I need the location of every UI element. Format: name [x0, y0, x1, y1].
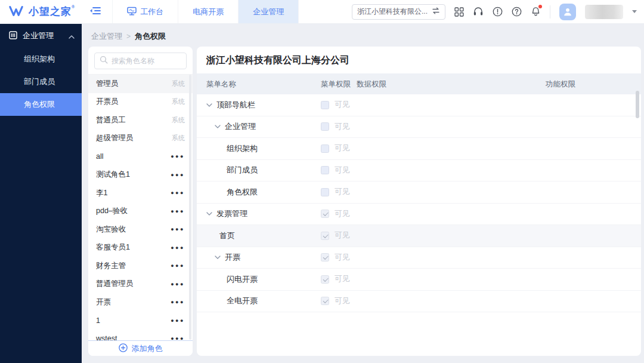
sidebar-collapse-button[interactable] — [85, 0, 112, 23]
visible-label: 可见 — [335, 253, 349, 263]
expand-chevron-icon[interactable] — [206, 212, 212, 216]
user-menu-caret-icon[interactable] — [632, 10, 637, 13]
tab-label: 企业管理 — [253, 7, 284, 17]
visible-label: 可见 — [335, 143, 349, 153]
role-list-item[interactable]: 淘宝验收●●● — [88, 220, 193, 239]
visible-checkbox[interactable] — [321, 144, 329, 153]
permission-tree-row[interactable]: 首页可见 — [197, 225, 641, 247]
role-list-item[interactable]: 普通管理员●●● — [88, 275, 193, 294]
role-name: pdd–验收 — [96, 206, 128, 216]
visible-checkbox[interactable] — [321, 210, 329, 218]
expand-chevron-icon[interactable] — [215, 256, 221, 259]
visible-checkbox[interactable] — [321, 166, 329, 174]
visible-checkbox[interactable] — [321, 297, 329, 305]
permissions-table-body: 顶部导航栏可见企业管理可见组织架构可见部门成员可见角色权限可见发票管理可见首页可… — [197, 94, 641, 312]
menu-item-label: 顶部导航栏 — [216, 100, 255, 110]
role-list-item[interactable]: 开票●●● — [88, 293, 193, 312]
permission-tree-row[interactable]: 发票管理可见 — [197, 204, 641, 226]
breadcrumb-parent[interactable]: 企业管理 — [91, 31, 122, 42]
menu-item-label: 闪电开票 — [227, 274, 258, 285]
table-scrollbar-thumb[interactable] — [636, 91, 639, 118]
role-more-menu-icon[interactable]: ●●● — [171, 208, 185, 214]
tab-ecommerce-invoicing[interactable]: 电商开票 — [178, 0, 238, 23]
role-more-menu-icon[interactable]: ●●● — [171, 263, 185, 269]
visible-checkbox[interactable] — [321, 101, 329, 109]
roles-panel: 管理员系统开票员系统普通员工系统超级管理员系统all●●●测试角色1●●●李1●… — [88, 47, 193, 356]
breadcrumb: 企业管理 > 角色权限 — [82, 24, 644, 49]
plus-circle-icon — [119, 343, 128, 354]
visible-checkbox[interactable] — [321, 232, 329, 240]
permission-tree-row[interactable]: 闪电开票可见 — [197, 269, 641, 291]
role-more-menu-icon[interactable]: ●●● — [171, 336, 185, 340]
company-selector[interactable]: 浙江小望科技有限公... — [352, 4, 445, 20]
role-list-scrollbar[interactable] — [189, 75, 191, 340]
company-title: 浙江小望科技有限公司上海分公司 — [197, 47, 641, 73]
role-more-menu-icon[interactable]: ●●● — [171, 172, 185, 178]
role-list-item[interactable]: 管理员系统 — [88, 75, 193, 93]
role-list-item[interactable]: wstest●●● — [88, 330, 193, 340]
role-name: 超级管理员 — [96, 133, 134, 143]
content-area: 企业管理 > 角色权限 管理员系统开票员系统普通员工系统超级管理员系统all●●… — [82, 24, 644, 363]
app-logo[interactable]: 小望之家® — [0, 0, 85, 23]
chevron-up-icon — [69, 32, 75, 41]
role-list-item[interactable]: 李1●●● — [88, 184, 193, 202]
role-list-item[interactable]: 开票员系统 — [88, 93, 193, 112]
role-list-item[interactable]: 普通员工系统 — [88, 111, 193, 130]
sidebar-group-enterprise-management[interactable]: 企业管理 — [0, 24, 82, 48]
role-search-input[interactable] — [112, 57, 181, 65]
permission-tree-row[interactable]: 角色权限可见 — [197, 182, 641, 204]
sidebar-item-department-members[interactable]: 部门成员 — [0, 70, 82, 93]
role-list-item[interactable]: 客服专员1●●● — [88, 239, 193, 257]
role-list-item[interactable]: all●●● — [88, 147, 193, 166]
search-icon — [100, 56, 108, 66]
permission-tree-row[interactable]: 组织架构可见 — [197, 138, 641, 160]
visible-checkbox[interactable] — [321, 275, 329, 284]
role-list-item[interactable]: 测试角色1●●● — [88, 166, 193, 184]
top-nav-tabs: 工作台 电商开票 企业管理 — [112, 0, 299, 23]
role-system-tag: 系统 — [172, 97, 185, 106]
visible-checkbox[interactable] — [321, 253, 329, 262]
permission-tree-row[interactable]: 企业管理可见 — [197, 116, 641, 139]
role-list-item[interactable]: 1●●● — [88, 312, 193, 330]
add-role-button[interactable]: 添加角色 — [88, 340, 193, 356]
notifications-bell-icon[interactable] — [531, 7, 541, 17]
notification-dot — [538, 5, 542, 8]
registered-mark: ® — [72, 5, 75, 9]
permission-tree-row[interactable]: 部门成员可见 — [197, 160, 641, 182]
sidebar-item-role-permissions[interactable]: 角色权限 — [0, 93, 82, 116]
role-more-menu-icon[interactable]: ●●● — [171, 153, 185, 159]
role-more-menu-icon[interactable]: ●●● — [171, 281, 185, 287]
help-circle-icon[interactable] — [512, 7, 522, 17]
role-more-menu-icon[interactable]: ●●● — [171, 299, 185, 305]
visible-checkbox[interactable] — [321, 122, 329, 131]
user-avatar[interactable] — [559, 4, 576, 20]
role-name: 1 — [96, 316, 100, 325]
visible-checkbox[interactable] — [321, 188, 329, 196]
permission-tree-row[interactable]: 顶部导航栏可见 — [197, 94, 641, 116]
apps-grid-icon[interactable] — [454, 7, 464, 17]
role-more-menu-icon[interactable]: ●●● — [171, 245, 185, 251]
menu-item-label: 组织架构 — [227, 143, 258, 154]
user-name-redacted[interactable] — [585, 5, 623, 19]
expand-chevron-icon[interactable] — [206, 103, 212, 107]
role-more-menu-icon[interactable]: ●●● — [171, 190, 185, 196]
alert-circle-icon[interactable] — [493, 7, 503, 17]
permission-tree-row[interactable]: 开票可见 — [197, 247, 641, 269]
role-list-item[interactable]: pdd–验收●●● — [88, 202, 193, 221]
tab-workbench[interactable]: 工作台 — [112, 0, 178, 23]
role-more-menu-icon[interactable]: ●●● — [171, 318, 185, 324]
role-list-item[interactable]: 财务主管●●● — [88, 257, 193, 275]
support-headset-icon[interactable] — [473, 7, 484, 17]
menu-item-label: 全电开票 — [227, 296, 258, 306]
role-more-menu-icon[interactable]: ●●● — [171, 226, 185, 232]
permission-tree-row[interactable]: 全电开票可见 — [197, 291, 641, 313]
sidebar-item-organization[interactable]: 组织架构 — [0, 48, 82, 70]
role-list-item[interactable]: 超级管理员系统 — [88, 130, 193, 148]
role-name: 管理员 — [96, 79, 119, 89]
role-name: 普通管理员 — [96, 279, 134, 289]
expand-chevron-icon[interactable] — [215, 125, 221, 128]
visible-label: 可见 — [335, 100, 349, 110]
menu-fold-icon — [89, 6, 101, 18]
menu-permission-cell: 可见 — [321, 296, 349, 306]
tab-enterprise-management[interactable]: 企业管理 — [238, 0, 299, 23]
